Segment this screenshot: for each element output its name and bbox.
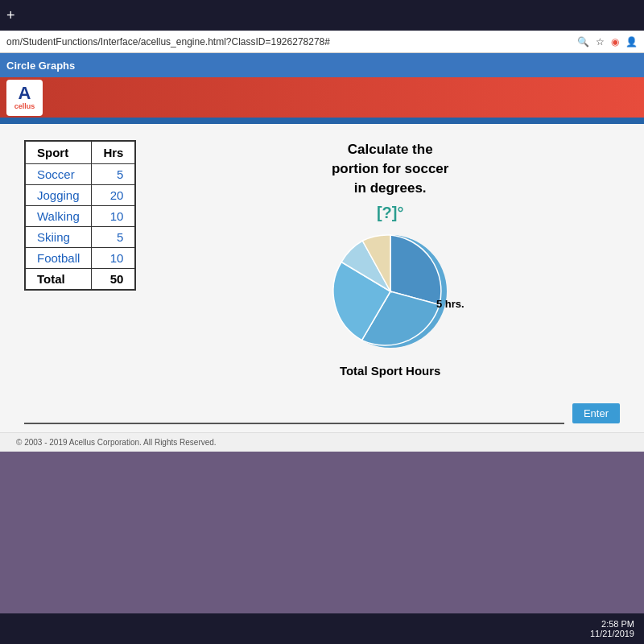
answer-input[interactable] xyxy=(24,402,564,424)
table-row: Football 10 xyxy=(25,248,135,269)
sport-hrs: 10 xyxy=(92,206,136,227)
total-label: Total xyxy=(25,269,92,291)
profile-icon[interactable]: 👤 xyxy=(625,36,638,47)
search-icon[interactable]: 🔍 xyxy=(577,36,589,47)
sport-hrs: 20 xyxy=(92,185,136,206)
sport-name: Walking xyxy=(25,206,92,227)
sport-name: Skiing xyxy=(25,227,92,248)
pie-chart xyxy=(326,227,455,356)
extension-icon[interactable]: ◉ xyxy=(611,36,619,47)
pie-chart-container: 5 hrs. xyxy=(326,227,455,356)
table-container: Sport Hrs Soccer 5 Jogging 20 Walking 10 xyxy=(24,140,136,291)
sport-name: Soccer xyxy=(25,164,92,185)
url-bar: om/StudentFunctions/Interface/acellus_en… xyxy=(0,31,644,53)
table-row: Skiing 5 xyxy=(25,227,135,248)
sport-hrs: 10 xyxy=(92,248,136,269)
tab-title: Circle Graphs xyxy=(6,60,75,72)
table-row: Jogging 20 xyxy=(25,185,135,206)
new-tab-button[interactable]: + xyxy=(6,7,15,24)
sport-hrs: 5 xyxy=(92,164,136,185)
answer-placeholder: [?]° xyxy=(377,204,404,222)
logo-letter: A xyxy=(19,85,31,102)
date-display: 11/21/2019 xyxy=(590,629,634,638)
col-header-hrs: Hrs xyxy=(92,141,136,164)
table-row: Soccer 5 xyxy=(25,164,135,185)
blue-stripe xyxy=(0,118,644,124)
pie-slice-label: 5 hrs. xyxy=(436,298,464,310)
total-hrs: 50 xyxy=(92,269,136,291)
taskbar: 2:58 PM 11/21/2019 xyxy=(0,613,644,644)
sport-name: Football xyxy=(25,248,92,269)
tab-bar: Circle Graphs xyxy=(0,53,644,77)
main-content: Sport Hrs Soccer 5 Jogging 20 Walking 10 xyxy=(0,124,644,394)
url-text: om/StudentFunctions/Interface/acellus_en… xyxy=(6,36,330,47)
pie-chart-title: Total Sport Hours xyxy=(340,364,441,378)
problem-text: Calculate the portion for soccer in degr… xyxy=(332,140,448,197)
purple-bg-area xyxy=(0,452,644,500)
right-panel: Calculate the portion for soccer in degr… xyxy=(160,140,620,378)
taskbar-clock: 2:58 PM 11/21/2019 xyxy=(590,619,634,638)
col-header-sport: Sport xyxy=(25,141,92,164)
time-display: 2:58 PM xyxy=(590,619,634,629)
acellus-bar: A cellus xyxy=(0,77,644,118)
footer: © 2003 - 2019 Acellus Corporation. All R… xyxy=(0,432,644,452)
acellus-logo: A cellus xyxy=(6,80,43,116)
sport-name: Jogging xyxy=(25,185,92,206)
answer-bracket: [?]° xyxy=(377,204,404,221)
copyright-text: © 2003 - 2019 Acellus Corporation. All R… xyxy=(16,438,217,447)
top-bar: + xyxy=(0,0,644,31)
enter-button[interactable]: Enter xyxy=(572,403,620,423)
table-row: Walking 10 xyxy=(25,206,135,227)
sport-hrs: 5 xyxy=(92,227,136,248)
input-area: Enter xyxy=(0,394,644,432)
total-row: Total 50 xyxy=(25,269,135,291)
logo-text: cellus xyxy=(14,102,35,110)
bookmark-icon[interactable]: ☆ xyxy=(596,36,605,47)
sport-table: Sport Hrs Soccer 5 Jogging 20 Walking 10 xyxy=(24,140,136,291)
